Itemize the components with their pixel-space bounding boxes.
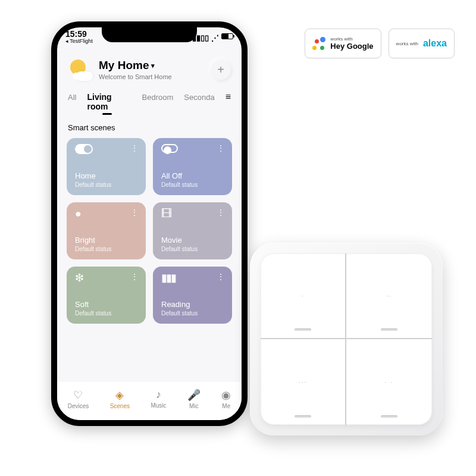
music-icon: ♪ (156, 389, 161, 401)
scene-card-movie[interactable]: 🎞 ⋮ Movie Default status (153, 202, 232, 259)
nav-scenes[interactable]: ◈ Scenes (110, 389, 130, 409)
nav-devices[interactable]: ♡ Devices (68, 389, 89, 409)
tabs-menu-icon[interactable]: ≡ (226, 92, 231, 102)
mic-icon: 🎤 (187, 389, 201, 402)
badge-prefix: works with (330, 36, 373, 42)
kebab-icon[interactable]: ⋮ (130, 144, 139, 152)
works-with-google-badge: works with Hey Google (305, 29, 381, 58)
nav-mic[interactable]: 🎤 Mic (187, 389, 201, 409)
kebab-icon[interactable]: ⋮ (130, 273, 139, 281)
nav-label: Scenes (110, 403, 130, 409)
scene-name: All Off (161, 171, 225, 180)
switch-led (381, 415, 397, 418)
sparkle-icon: ❇ (75, 273, 84, 283)
chevron-down-icon: ▾ (151, 62, 155, 70)
section-title: Smart scenes (57, 111, 242, 138)
home-selector[interactable]: My Home ▾ (99, 59, 155, 72)
scene-card-reading[interactable]: ▮▮▮ ⋮ Reading Default status (153, 267, 232, 324)
scene-status: Default status (75, 246, 139, 252)
switch-indicator: · · (384, 378, 393, 386)
switch-led (295, 328, 311, 331)
nav-label: Me (222, 403, 230, 409)
plus-icon: + (217, 63, 224, 77)
phone-mockup: 15:59 ◂ TestFlight ▮▮▯▯ ⋰ My Home ▾ Welc… (51, 21, 248, 426)
switch-button-2[interactable]: ·· (346, 253, 432, 339)
scene-status: Default status (75, 310, 139, 317)
toggle-on-icon (75, 144, 93, 154)
kebab-icon[interactable]: ⋮ (217, 273, 225, 281)
tab-all[interactable]: All (68, 93, 76, 102)
status-back-app[interactable]: ◂ TestFlight (65, 38, 93, 45)
badge-brand: Hey Google (330, 42, 373, 51)
kebab-icon[interactable]: ⋮ (130, 208, 139, 217)
switch-button-1[interactable]: · (261, 253, 346, 339)
scene-card-all-off[interactable]: ⋮ All Off Default status (153, 138, 232, 195)
badge-prefix: works with (396, 41, 418, 46)
weather-icon (68, 57, 93, 82)
bulb-icon: ● (75, 208, 82, 219)
bottom-nav: ♡ Devices ◈ Scenes ♪ Music 🎤 Mic ◉ Me (57, 382, 242, 420)
page-title: My Home (99, 59, 149, 72)
nav-label: Devices (68, 403, 89, 409)
film-icon: 🎞 (161, 208, 172, 219)
status-time: 15:59 (65, 31, 93, 37)
works-with-alexa-badge: works with alexa (389, 29, 455, 58)
scene-card-home[interactable]: ⋮ Home Default status (67, 138, 146, 195)
nav-label: Music (151, 402, 166, 409)
google-assistant-icon (312, 37, 325, 50)
scene-card-bright[interactable]: ● ⋮ Bright Default status (67, 202, 146, 259)
scene-name: Soft (75, 300, 139, 309)
scene-status: Default status (161, 181, 225, 188)
phone-notch (102, 27, 197, 42)
scene-status: Default status (161, 310, 225, 317)
tab-secondary[interactable]: Seconda (184, 93, 214, 102)
nav-me[interactable]: ◉ Me (221, 389, 231, 409)
scene-card-soft[interactable]: ❇ ⋮ Soft Default status (67, 267, 146, 324)
switch-led (381, 328, 397, 331)
smart-switch-device: · ·· ··· · · (250, 243, 443, 436)
scene-name: Movie (161, 236, 225, 245)
room-tabs: All Living room Bedroom Seconda ≡ (57, 82, 242, 111)
switch-led (295, 415, 311, 418)
person-icon: ◉ (221, 389, 231, 402)
switch-indicator: ··· (298, 378, 307, 386)
scene-name: Home (75, 171, 139, 180)
books-icon: ▮▮▮ (161, 273, 176, 283)
switch-button-4[interactable]: · · (346, 339, 432, 425)
bulb-icon: ♡ (73, 389, 83, 402)
kebab-icon[interactable]: ⋮ (217, 144, 225, 152)
scene-status: Default status (75, 181, 139, 188)
add-button[interactable]: + (211, 60, 231, 80)
switch-indicator: · (301, 292, 304, 299)
toggle-off-icon (161, 144, 178, 153)
page-subtitle: Welcome to Smart Home (99, 73, 205, 80)
nav-label: Mic (189, 403, 199, 409)
scene-name: Reading (161, 300, 225, 309)
scene-name: Bright (75, 236, 139, 245)
switch-indicator: ·· (386, 292, 392, 299)
cube-icon: ◈ (115, 389, 124, 402)
kebab-icon[interactable]: ⋮ (217, 208, 225, 217)
scene-status: Default status (161, 246, 225, 252)
battery-icon (221, 33, 233, 39)
switch-button-3[interactable]: ··· (261, 339, 346, 425)
alexa-logo: alexa (423, 38, 447, 49)
wifi-icon: ⋰ (211, 33, 219, 42)
tab-living-room[interactable]: Living room (87, 92, 131, 111)
tab-bedroom[interactable]: Bedroom (142, 93, 174, 102)
nav-music[interactable]: ♪ Music (151, 389, 166, 409)
scenes-grid: ⋮ Home Default status ⋮ All Off Default … (57, 138, 242, 324)
